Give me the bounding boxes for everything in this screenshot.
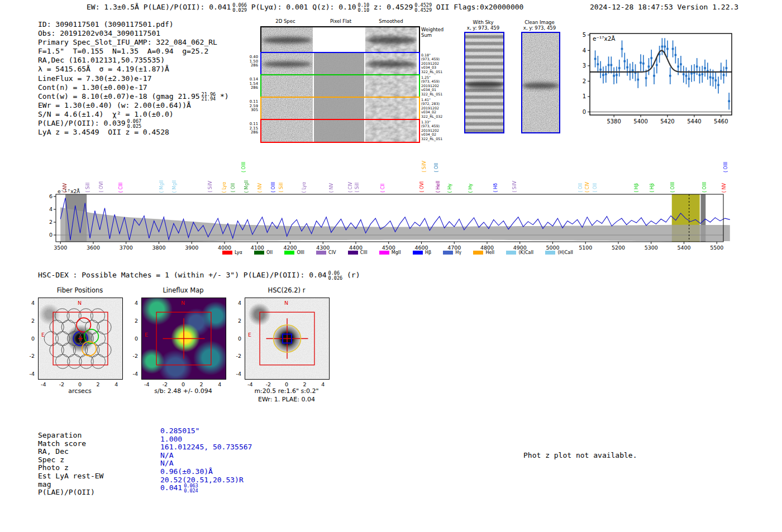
match-table-value: 1.000 (160, 435, 252, 444)
x-tick-label: 4 (318, 381, 327, 387)
y-tick-label: -4 (129, 371, 138, 377)
emission-line-label: ( HeII (436, 154, 441, 193)
emission-line-label: ( MgII (172, 154, 177, 193)
cutout-panels-row: Fiber Positions-4-4-2-2002244NEarcsecsLi… (0, 282, 391, 405)
noise-texture (261, 120, 313, 142)
emission-line-label: ( SiII (279, 154, 284, 193)
compass-east: E (248, 332, 251, 338)
emission-line-label: ( Lyα (302, 154, 307, 193)
x-tick-label: -2 (264, 381, 273, 387)
x-tick-label: 2 (94, 381, 103, 387)
x-tick-label: 0 (282, 381, 291, 387)
cutout-title: Lineflux Map (127, 286, 239, 294)
legend-item: Hγ (443, 250, 461, 255)
noise-texture (261, 75, 313, 97)
spec2d-cell (261, 120, 313, 142)
noise-texture (261, 98, 313, 119)
legend-swatch (254, 251, 264, 255)
y-tick-label: 0 (129, 336, 138, 342)
x-tick-label: 0 (75, 381, 84, 387)
svg-text:2: 2 (49, 219, 53, 225)
emission-line-label: ( NV (63, 154, 68, 193)
stacked-uncertainty: 0.0670.025 (127, 120, 142, 127)
spec2d-row-right-labels: 1.33"(973, 459)20191202v034_02322_RL_051 (421, 120, 445, 141)
cutout-annotations (39, 298, 122, 379)
spec2d-cell (314, 53, 364, 75)
svg-text:0: 0 (583, 109, 586, 115)
legend-swatch (222, 251, 232, 255)
match-table-label: RA, Dec (38, 448, 103, 456)
emission-line-label: ( NV (258, 154, 263, 193)
noise-texture (314, 98, 364, 119)
x-tick-label: -4 (39, 381, 48, 387)
stacked-uncertainty: 0.100.10 (358, 4, 369, 11)
emission-line-label: ( SiIV (208, 154, 213, 193)
legend-swatch (348, 251, 358, 255)
lineflux-map-image (141, 298, 226, 380)
photz-unavailable-note: Phot z plot not available. (523, 451, 637, 459)
spec2d-cell (314, 120, 364, 142)
info-line: S/N = 4.6(±1.4) χ² = 1.0(±0.0) (38, 110, 229, 119)
hsc-caption-2: EWr: 1. PLAE: 0.04 (225, 396, 348, 403)
match-table-labels: SeparationMatch scoreRA, DecSpec zPhoto … (38, 432, 103, 497)
signal-streak (366, 61, 416, 68)
spec2d-cell (365, 53, 417, 75)
svg-text:5380: 5380 (607, 118, 621, 124)
legend-item: (H)CaII (545, 250, 573, 255)
svg-text:3700: 3700 (120, 245, 133, 250)
legend-swatch (545, 251, 555, 255)
elixer-report-page: EW: 1.3±0.5Å P(LAE)/P(OII): 0.0410.0660.… (0, 0, 782, 532)
y-tick-label: 2 (232, 318, 241, 324)
cutout-title: Fiber Positions (24, 286, 136, 294)
emission-line-label: ( SiII (85, 154, 90, 193)
info-line: EWr = 1.30(±0.40) (w: 2.00(±0.64))Å (38, 101, 229, 110)
svg-text:5: 5 (583, 32, 586, 38)
svg-text:5440: 5440 (687, 118, 701, 124)
sky-image-panels: With Skyx, y: 973, 459Clean Imagex, y: 9… (461, 18, 564, 136)
x-tick-label: 0 (179, 381, 188, 387)
emission-line-label: ( CIII (118, 154, 123, 193)
match-table-value: N/A (160, 452, 252, 460)
spec2d-column-header: Pixel Flat (318, 18, 363, 24)
spec2d-row (260, 26, 420, 54)
emission-line-label: ( OVI (99, 154, 104, 193)
emission-line-label: ( Hβ (634, 154, 639, 193)
match-table-label: Match score (38, 440, 103, 448)
match-table-label: P(LAE)/P(OII) (38, 488, 103, 497)
svg-text:3500: 3500 (54, 245, 67, 250)
legend-item: MgII (379, 250, 401, 255)
svg-text:4: 4 (49, 206, 53, 212)
match-table-label: Photo z (38, 464, 103, 472)
emission-line-label: ( MgII (159, 154, 164, 193)
match-table-value: 161.012245, 50.735567 (160, 443, 252, 452)
y-tick-label: -4 (26, 371, 35, 377)
emission-line-label: ( OII (578, 154, 583, 193)
spec2d-row-left-labels: 0.112.59305 (245, 100, 258, 113)
info-line: P(LAE)/P(OII): 0.0390.0670.025 (38, 119, 229, 128)
spec2d-cell (261, 27, 313, 52)
match-table-value: N/A (160, 459, 252, 468)
noise-texture (314, 53, 364, 75)
hsc-dex-summary-line: HSC-DEX : Possible Matches = 1 (within +… (38, 271, 360, 279)
match-table-label: Separation (38, 432, 103, 440)
compass-north: N (284, 300, 288, 306)
spec2d-row-right-labels: 0.18"(973, 459)20191202v034_03322_RL_051 (421, 53, 445, 74)
info-line: RA,Dec (161.012131,50.735535) (38, 56, 229, 65)
spec2d-cell (365, 98, 417, 119)
match-table-value: 0.0410.0630.024 (160, 484, 252, 492)
svg-text:5460: 5460 (714, 118, 728, 124)
y-tick-label: 2 (129, 318, 138, 324)
summary-header-line: EW: 1.3±0.5Å P(LAE)/P(OII): 0.0410.0660.… (87, 3, 523, 11)
y-tick-label: 4 (232, 300, 241, 306)
emission-line-label: ( CIV (585, 154, 590, 193)
line-fit-plot: 01234553805400542054405460e⁻¹⁷x2Å (569, 27, 742, 130)
stacked-uncertainty: 0.060.026 (328, 272, 343, 279)
svg-text:6: 6 (49, 193, 53, 199)
svg-text:5300: 5300 (645, 245, 658, 250)
spec2d-cell (261, 53, 313, 75)
sky-panel-title: With Skyx, y: 973, 459 (454, 20, 512, 31)
svg-text:5100: 5100 (579, 245, 592, 250)
x-tick-label: -4 (142, 381, 151, 387)
detection-info-block: ID: 3090117501 (3090117501.pdf)Obs: 2019… (38, 20, 229, 137)
svg-text:3: 3 (583, 63, 586, 69)
